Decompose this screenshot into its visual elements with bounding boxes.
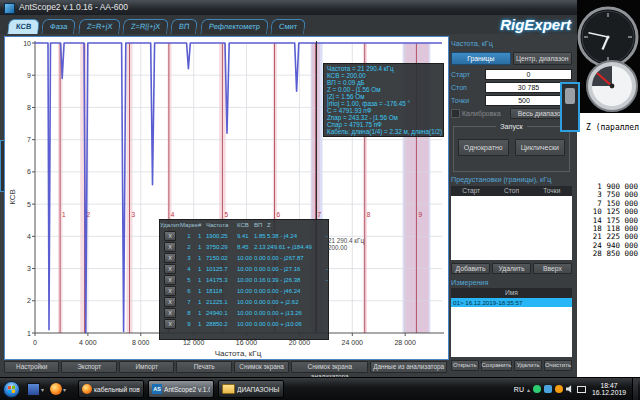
marker-number: 5 [224,211,228,218]
frequency-label: Частота, кГц [451,39,493,48]
task-label: AntScope2 v.1.0.1... [164,386,210,393]
marker-cell: 10.00 [237,308,254,319]
preset-button[interactable]: Добавить [451,263,490,274]
tab-Рефлектометр[interactable]: Рефлектометр [200,19,269,34]
delete-marker-button[interactable]: X [164,319,176,329]
floppy-quicklaunch-icon[interactable] [27,383,40,396]
delete-marker-button[interactable]: X [164,264,176,274]
taskbar-task[interactable]: кабельный повт... [78,380,144,398]
run-button[interactable]: Циклически [515,139,566,156]
toolbar-button[interactable]: Снимок экрана анализатора [291,361,368,373]
volume-icon[interactable] [566,385,574,393]
measurement-button[interactable]: Открыть [451,360,479,371]
tab-ВП[interactable]: ВП [171,19,199,34]
measurement-button[interactable]: Сохранить [481,360,513,371]
start-button[interactable] [3,381,20,398]
cursor-tooltip: Частота = 21 290.4 кГцКСВ = 200.00ВП = 0… [323,63,444,137]
firefox-dropdown-caret[interactable]: ▾ [63,386,66,393]
firefox-quicklaunch-icon[interactable] [50,383,62,395]
rigexpert-logo: RigExpert [500,16,571,33]
x-tick-label: 4 000 [79,339,97,346]
tab-Z=R||+jX[interactable]: Z=R||+jX [122,19,169,34]
marker-cell: 0.00 [254,319,267,330]
task-label: ДИАПАЗОНЫ ЧА... [237,386,280,393]
marker-cell: 1 [198,242,206,253]
marker-cell: 1 [198,264,206,275]
field-input-Точки[interactable]: 500 [485,95,563,106]
toolbar-button[interactable]: Печать [176,361,231,373]
delete-marker-button[interactable]: X [164,286,176,296]
measurement-button[interactable]: Очистить [544,360,572,371]
presets-table[interactable]: СтартСтопТочки [451,186,572,260]
marker-cell: 0.00 [254,286,267,297]
marker-cell: 8.45 [237,242,254,253]
marker-cell: 1 [198,308,206,319]
sidebar-gadget[interactable] [560,82,580,132]
toolbar-button[interactable]: Настройки [4,361,59,373]
show-desktop-button[interactable] [632,378,638,400]
tray-expand-icon[interactable]: ▴ [527,386,530,393]
marker-table-row: X111900.259.411.855.38 - j4.24-170.24 [160,231,328,242]
marker-cell: 1 [198,253,206,264]
toolbar-button[interactable]: Импорт [119,361,174,373]
y-tick-label: 4 [27,233,31,240]
taskbar-task[interactable]: ДИАПАЗОНЫ ЧА... [218,380,284,398]
marker-cell: 1 [198,286,206,297]
toolbar-button[interactable]: Снимок экрана [234,361,289,373]
marker-col-header: # [198,220,206,231]
mode-button-bounds[interactable]: Границы [451,52,511,65]
field-row-Старт: Старт0 [451,69,572,80]
delete-marker-button[interactable]: X [164,242,176,252]
delete-marker-button[interactable]: X [164,253,176,263]
marker-cell: 137.77 [322,319,329,330]
x-tick-label: 16 000 [236,339,258,346]
marker-cell: 0.00 + j10.06 [267,319,322,330]
tray-time: 18:47 [592,382,626,390]
taskbar-clock[interactable]: 18:47 16.12.2019 [589,382,629,397]
marker-cell: 10.00 [237,297,254,308]
y-tick-label: 10 [23,40,31,47]
floppy-dropdown-caret[interactable]: ▾ [41,386,44,393]
x-tick-label: 0 [33,339,37,346]
tab-Смит[interactable]: Смит [270,19,306,34]
swr-chart[interactable]: 1234567891234567891004 0008 00012 00016 … [4,36,449,360]
preset-button[interactable]: Вверх [533,263,572,274]
marker-number: 4 [171,211,175,218]
y-tick-label: 8 [27,104,31,111]
mode-button-center[interactable]: Центр, диапазон [513,52,573,65]
tab-КСВ[interactable]: КСВ [7,19,40,34]
preset-button[interactable]: Удалить [492,263,531,274]
delete-marker-button[interactable]: X [164,275,176,285]
tab-Фаза[interactable]: Фаза [42,19,77,34]
notepad-window[interactable]: Z (параллел 1 900 000 3 750 000 7 150 00… [577,113,640,377]
marker-col-header: Удалить [160,220,180,231]
marker-col-header: Частота [206,220,237,231]
preset-col-header: Точки [532,186,572,196]
tray-updater-icon[interactable] [555,385,563,393]
delete-marker-button[interactable]: X [164,308,176,318]
taskbar-task[interactable]: ASAntScope2 v.1.0.1... [148,380,214,398]
run-button[interactable]: Однократно [458,139,509,156]
measurement-row[interactable]: 01> 16.12.2019-18:35:57 [451,298,572,307]
toolbar-button[interactable]: Экспорт [61,361,116,373]
status-green-icon[interactable] [533,385,541,393]
tab-Z=R+jX[interactable]: Z=R+jX [78,19,121,34]
language-indicator[interactable]: RU [514,386,524,393]
marker-table-row: X213750.298.452.13249.61 + j184.4930.29 [160,242,328,253]
marker-number: 6 [277,211,281,218]
delete-marker-button[interactable]: X [164,231,176,241]
tray-app-icon[interactable] [544,385,552,393]
field-input-Стоп[interactable]: 30 785 [485,82,572,93]
network-display-icon[interactable] [577,386,586,393]
marker-cell: 5 [180,275,198,286]
measurements-table[interactable]: Имя 01> 16.12.2019-18:35:57 [451,288,572,357]
title-bar[interactable]: AntScope2 v.1.0.16 - AA-600 [0,0,577,15]
measurement-button[interactable]: Удалить [514,360,542,371]
notepad-frequency-list: 1 900 000 3 750 000 7 150 000 10 125 000… [593,183,638,259]
field-input-Старт[interactable]: 0 [485,69,572,80]
marker-col-header: КСВ [237,220,254,231]
calibration-checkbox[interactable] [451,109,460,118]
delete-marker-button[interactable]: X [164,297,176,307]
marker-cell: 9 [180,319,198,330]
toolbar-button[interactable]: Данные из анализатора [370,361,447,373]
